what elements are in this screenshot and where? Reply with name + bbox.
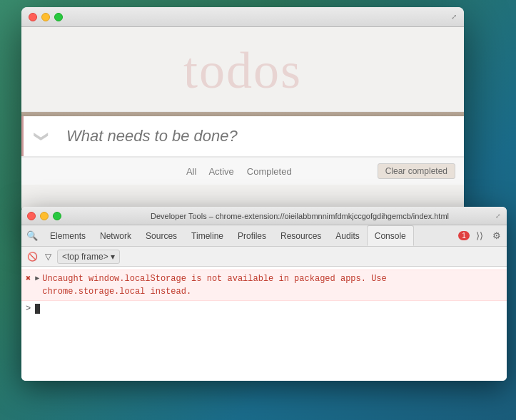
- tab-console[interactable]: Console: [367, 225, 414, 246]
- console-error-text: Uncaught window.localStorage is not avai…: [42, 272, 502, 298]
- devtools-console: ✖ ▶ Uncaught window.localStorage is not …: [21, 267, 507, 381]
- devtools-maximize-button[interactable]: [53, 212, 61, 220]
- error-expand-icon[interactable]: ▶: [35, 274, 39, 282]
- console-cursor[interactable]: [35, 304, 40, 314]
- filter-completed[interactable]: Completed: [242, 164, 297, 179]
- devtools-tab-bar: 🔍 Elements Network Sources Timeline Prof…: [21, 225, 507, 247]
- todo-input-row: ❯: [21, 116, 464, 156]
- frame-selector-label: <top frame>: [62, 252, 108, 262]
- chevron-down-icon: ❯: [33, 130, 50, 143]
- devtools-window: Developer Tools – chrome-extension://oie…: [21, 207, 507, 381]
- frame-selector[interactable]: <top frame> ▾: [57, 250, 120, 264]
- app-window: ⤢ todos ❯ All Active Completed Clear com…: [21, 7, 464, 212]
- tab-resources[interactable]: Resources: [273, 225, 328, 246]
- maximize-button[interactable]: [54, 13, 63, 21]
- tab-elements[interactable]: Elements: [43, 225, 93, 246]
- todo-input-container: ❯: [21, 111, 464, 157]
- devtools-title-bar: Developer Tools – chrome-extension://oie…: [21, 207, 507, 225]
- clear-completed-button[interactable]: Clear completed: [378, 163, 455, 179]
- devtools-close-button[interactable]: [27, 212, 36, 220]
- error-icon[interactable]: ✖: [26, 273, 31, 284]
- no-entry-icon[interactable]: 🚫: [26, 250, 39, 263]
- console-error-row: ✖ ▶ Uncaught window.localStorage is not …: [21, 270, 507, 301]
- expand-console-button[interactable]: ⟩⟩: [472, 229, 487, 243]
- minimize-button[interactable]: [41, 13, 50, 21]
- todo-filters: All Active Completed: [101, 164, 378, 179]
- filter-icon[interactable]: ▽: [41, 250, 54, 263]
- console-prompt-row: >: [21, 301, 507, 317]
- settings-button[interactable]: ⚙: [490, 229, 504, 243]
- devtools-tab-actions: 1 ⟩⟩ ⚙: [458, 229, 504, 243]
- todos-app: todos ❯ All Active Completed Clear compl…: [21, 27, 464, 212]
- devtools-toolbar: 🚫 ▽ <top frame> ▾: [21, 247, 507, 267]
- new-todo-input[interactable]: [59, 116, 464, 156]
- tab-audits[interactable]: Audits: [328, 225, 366, 246]
- filter-active[interactable]: Active: [203, 164, 238, 179]
- tab-sources[interactable]: Sources: [138, 225, 184, 246]
- tab-timeline[interactable]: Timeline: [184, 225, 231, 246]
- title-bar: ⤢: [21, 7, 464, 27]
- search-icon[interactable]: 🔍: [24, 228, 40, 244]
- devtools-title: Developer Tools – chrome-extension://oie…: [61, 212, 495, 220]
- prompt-symbol: >: [26, 304, 31, 314]
- toggle-all-button[interactable]: ❯: [24, 117, 59, 156]
- tab-profiles[interactable]: Profiles: [231, 225, 273, 246]
- close-button[interactable]: [29, 13, 37, 21]
- error-badge: 1: [458, 231, 470, 240]
- devtools-traffic-lights: [27, 212, 61, 220]
- traffic-lights: [29, 13, 63, 21]
- frame-dropdown-icon: ▾: [111, 252, 115, 262]
- tab-network[interactable]: Network: [93, 225, 138, 246]
- devtools-fullscreen-button[interactable]: ⤢: [495, 212, 501, 220]
- app-title: todos: [21, 27, 464, 111]
- todo-footer: All Active Completed Clear completed: [21, 157, 464, 185]
- expand-icon: ⟩⟩: [476, 230, 483, 241]
- settings-icon: ⚙: [492, 230, 501, 241]
- devtools-minimize-button[interactable]: [40, 212, 49, 220]
- fullscreen-button[interactable]: ⤢: [451, 13, 457, 21]
- filter-all[interactable]: All: [182, 165, 201, 178]
